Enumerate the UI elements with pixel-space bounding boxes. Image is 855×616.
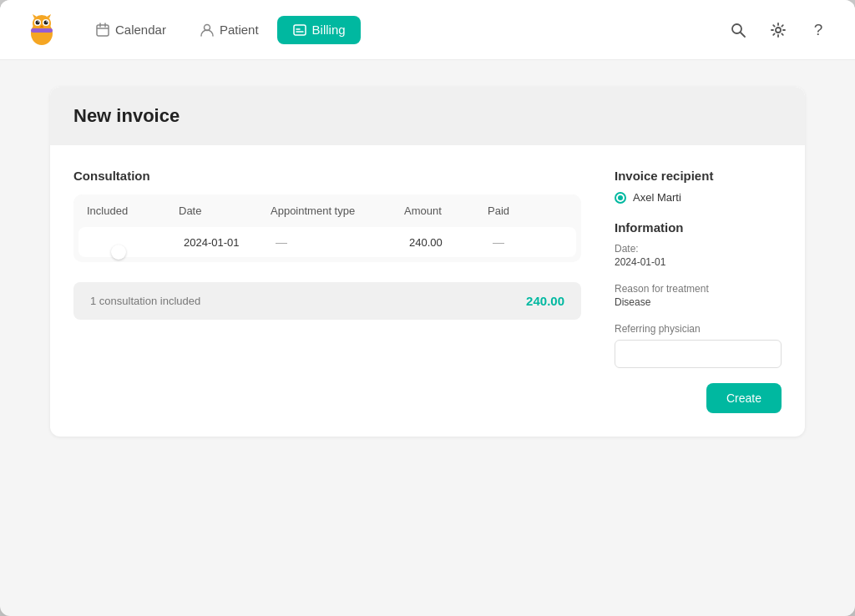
reason-value: Disease bbox=[615, 296, 782, 308]
table-row: 2024-01-01 — 240.00 — bbox=[78, 227, 576, 257]
date-cell: 2024-01-01 bbox=[184, 236, 276, 249]
app-window: Calendar Patient Billing bbox=[0, 0, 855, 616]
summary-label: 1 consultation included bbox=[90, 295, 200, 307]
calendar-icon bbox=[95, 23, 110, 38]
billing-icon bbox=[292, 23, 307, 38]
col-appt-type: Appointment type bbox=[271, 204, 404, 217]
card-body: Consultation Included Date Appointment t… bbox=[50, 145, 805, 437]
search-icon bbox=[730, 22, 746, 38]
right-section: Invoice recipient Axel Marti Information… bbox=[615, 169, 782, 413]
radio-dot-inner bbox=[618, 195, 623, 200]
date-value: 2024-01-01 bbox=[615, 256, 782, 268]
svg-rect-2 bbox=[31, 28, 53, 33]
nav-item-patient[interactable]: Patient bbox=[185, 16, 274, 44]
summary-bar: 1 consultation included 240.00 bbox=[73, 282, 581, 320]
logo bbox=[23, 12, 60, 48]
nav-item-calendar[interactable]: Calendar bbox=[80, 16, 181, 44]
summary-amount: 240.00 bbox=[526, 294, 564, 308]
svg-point-22 bbox=[776, 28, 781, 33]
nav-right: ? bbox=[725, 17, 832, 43]
reason-section: Reason for treatment Disease bbox=[615, 283, 782, 308]
date-label: Date: bbox=[615, 243, 782, 255]
nav-patient-label: Patient bbox=[220, 23, 259, 37]
card-header: New invoice bbox=[50, 87, 805, 145]
consultation-section: Consultation Included Date Appointment t… bbox=[73, 169, 581, 413]
col-date: Date bbox=[179, 204, 271, 217]
consultation-title: Consultation bbox=[73, 169, 581, 183]
invoice-recipient-section: Invoice recipient Axel Marti bbox=[615, 169, 782, 204]
help-icon: ? bbox=[814, 21, 823, 39]
recipient-title: Invoice recipient bbox=[615, 169, 782, 183]
col-paid: Paid bbox=[488, 204, 554, 217]
svg-rect-12 bbox=[97, 25, 109, 36]
svg-point-20 bbox=[732, 24, 741, 33]
reason-label: Reason for treatment bbox=[615, 283, 782, 295]
paid-cell: — bbox=[493, 235, 559, 249]
table-header: Included Date Appointment type Amount Pa… bbox=[73, 194, 581, 227]
svg-point-5 bbox=[38, 21, 39, 23]
nav-calendar-label: Calendar bbox=[115, 23, 166, 37]
patient-icon bbox=[200, 23, 215, 38]
information-section: Information Date: 2024-01-01 bbox=[615, 220, 782, 268]
referring-label: Referring physician bbox=[615, 323, 782, 335]
svg-point-7 bbox=[44, 20, 48, 24]
consultation-table: Included Date Appointment type Amount Pa… bbox=[73, 194, 581, 262]
referring-section: Referring physician bbox=[615, 323, 782, 368]
recipient-option[interactable]: Axel Marti bbox=[615, 191, 782, 204]
nav-items: Calendar Patient Billing bbox=[80, 16, 718, 44]
info-title: Information bbox=[615, 220, 782, 235]
svg-line-21 bbox=[741, 33, 745, 37]
top-nav: Calendar Patient Billing bbox=[0, 0, 855, 60]
create-label: Create bbox=[726, 391, 761, 405]
gear-icon bbox=[770, 22, 787, 38]
nav-billing-label: Billing bbox=[312, 23, 346, 37]
svg-rect-17 bbox=[294, 25, 306, 35]
create-button[interactable]: Create bbox=[706, 383, 782, 413]
search-button[interactable] bbox=[725, 17, 751, 43]
page-title: New invoice bbox=[73, 105, 782, 127]
radio-dot bbox=[615, 192, 626, 204]
invoice-card: New invoice Consultation Included Date A… bbox=[50, 87, 805, 437]
col-included: Included bbox=[87, 204, 179, 217]
amount-cell: 240.00 bbox=[409, 236, 493, 249]
svg-point-4 bbox=[36, 20, 40, 24]
appt-type-cell: — bbox=[276, 235, 409, 249]
main-content: New invoice Consultation Included Date A… bbox=[0, 60, 855, 616]
logo-icon bbox=[23, 12, 60, 48]
toggle-thumb bbox=[111, 245, 126, 260]
col-amount: Amount bbox=[404, 204, 488, 217]
svg-point-8 bbox=[46, 21, 48, 23]
settings-button[interactable] bbox=[765, 17, 792, 43]
help-button[interactable]: ? bbox=[805, 17, 832, 43]
nav-item-billing[interactable]: Billing bbox=[277, 16, 361, 44]
referring-input[interactable] bbox=[615, 340, 782, 368]
recipient-name: Axel Marti bbox=[633, 191, 681, 204]
